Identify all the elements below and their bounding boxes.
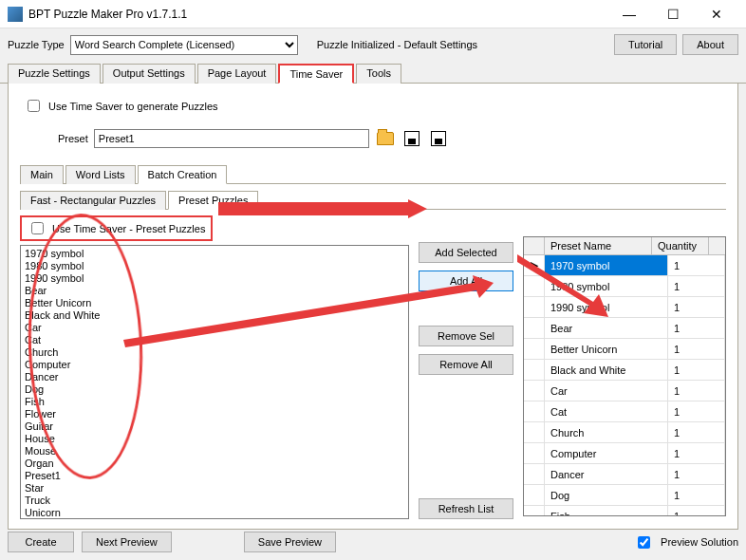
cell-preset-name[interactable]: Cat: [545, 401, 668, 421]
cell-quantity[interactable]: 1: [668, 464, 725, 484]
tab-time-saver[interactable]: Time Saver: [278, 64, 354, 84]
list-item[interactable]: Cat: [23, 334, 406, 346]
list-item[interactable]: Black and White: [23, 309, 406, 322]
cell-quantity[interactable]: 1: [668, 401, 725, 421]
tab-tools[interactable]: Tools: [356, 64, 401, 84]
create-button[interactable]: Create: [8, 532, 74, 552]
puzzle-type-select[interactable]: Word Search Complete (Licensed): [70, 35, 298, 55]
cell-preset-name[interactable]: 1980 symbol: [545, 276, 668, 296]
list-item[interactable]: Truck: [23, 495, 406, 507]
table-row[interactable]: Bear1: [524, 318, 725, 339]
cell-preset-name[interactable]: Better Unicorn: [545, 339, 668, 359]
close-button[interactable]: ✕: [695, 0, 738, 28]
list-item[interactable]: Better Unicorn: [23, 297, 406, 309]
cell-quantity[interactable]: 1: [668, 318, 725, 338]
list-item[interactable]: Unicorn: [23, 507, 406, 519]
table-row[interactable]: Black and White1: [524, 360, 725, 381]
subtab-word-lists[interactable]: Word Lists: [65, 165, 136, 184]
batchtab-fast[interactable]: Fast - Rectangular Puzzles: [20, 191, 166, 210]
list-item[interactable]: Computer: [23, 359, 406, 371]
window-title: BPT Puzzle Maker Pro v1.7.1.1: [28, 8, 607, 21]
table-row[interactable]: 1980 symbol1: [524, 276, 725, 297]
list-item[interactable]: Organ: [23, 457, 406, 470]
list-item[interactable]: Star: [23, 482, 406, 495]
table-row[interactable]: Better Unicorn1: [524, 339, 725, 360]
cell-preset-name[interactable]: Car: [545, 381, 668, 401]
cell-quantity[interactable]: 1: [668, 360, 725, 380]
list-item[interactable]: Preset1: [23, 470, 406, 482]
table-row[interactable]: Dog1: [524, 485, 725, 506]
cell-preset-name[interactable]: Computer: [545, 443, 668, 463]
list-item[interactable]: Church: [23, 346, 406, 359]
refresh-list-button[interactable]: Refresh List: [419, 498, 513, 519]
maximize-button[interactable]: ☐: [651, 0, 695, 28]
table-row[interactable]: 1990 symbol1: [524, 297, 725, 318]
sub-tabs: Main Word Lists Batch Creation: [20, 164, 726, 184]
cell-quantity[interactable]: 1: [668, 381, 725, 401]
list-item[interactable]: Flower: [23, 408, 406, 420]
tab-output-settings[interactable]: Output Settings: [103, 64, 196, 84]
table-row[interactable]: Dancer1: [524, 464, 725, 485]
table-row[interactable]: Church1: [524, 422, 725, 443]
table-row[interactable]: Computer1: [524, 443, 725, 464]
list-item[interactable]: Mouse: [23, 445, 406, 457]
cell-quantity[interactable]: 1: [668, 339, 725, 359]
cell-quantity[interactable]: 1: [668, 506, 725, 515]
list-item[interactable]: Fish: [23, 396, 406, 408]
list-item[interactable]: House: [23, 433, 406, 445]
save-as-preset-button[interactable]: [428, 128, 449, 149]
use-time-saver-checkbox[interactable]: [28, 100, 40, 112]
save-preview-button[interactable]: Save Preview: [244, 532, 336, 552]
list-item[interactable]: 1970 symbol: [23, 248, 406, 260]
cell-preset-name[interactable]: Dog: [545, 485, 668, 505]
cell-preset-name[interactable]: 1990 symbol: [545, 297, 668, 317]
batch-sub-tabs: Fast - Rectangular Puzzles Preset Puzzle…: [20, 190, 726, 210]
preset-name-input[interactable]: [94, 129, 369, 148]
cell-quantity[interactable]: 1: [668, 276, 725, 296]
list-item[interactable]: 1990 symbol: [23, 272, 406, 285]
cell-quantity[interactable]: 1: [668, 443, 725, 463]
cell-preset-name[interactable]: Black and White: [545, 360, 668, 380]
cell-quantity[interactable]: 1: [668, 485, 725, 505]
tab-page-layout[interactable]: Page Layout: [197, 64, 277, 84]
cell-preset-name[interactable]: Fish: [545, 506, 668, 515]
subtab-batch-creation[interactable]: Batch Creation: [138, 165, 228, 184]
preview-solution-checkbox[interactable]: [638, 536, 650, 549]
cell-quantity[interactable]: 1: [668, 255, 725, 275]
about-button[interactable]: About: [682, 34, 738, 55]
preset-listbox[interactable]: 1970 symbol1980 symbol1990 symbolBearBet…: [20, 245, 409, 519]
table-row[interactable]: ▶1970 symbol1: [524, 255, 725, 276]
cell-quantity[interactable]: 1: [668, 422, 725, 442]
list-item[interactable]: Bear: [23, 285, 406, 297]
cell-preset-name[interactable]: Dancer: [545, 464, 668, 484]
remove-selected-button[interactable]: Remove Sel: [419, 326, 513, 346]
cell-preset-name[interactable]: 1970 symbol: [545, 255, 668, 275]
cell-quantity[interactable]: 1: [668, 297, 725, 317]
tab-puzzle-settings[interactable]: Puzzle Settings: [8, 64, 101, 84]
cell-preset-name[interactable]: Bear: [545, 318, 668, 338]
table-row[interactable]: Fish1: [524, 506, 725, 515]
use-ts-preset-checkbox[interactable]: [31, 222, 44, 234]
grid-col-qty[interactable]: Quantity: [652, 237, 709, 254]
save-preset-button[interactable]: [401, 128, 422, 149]
list-item[interactable]: Dancer: [23, 371, 406, 383]
add-all-button[interactable]: Add All: [419, 271, 513, 291]
batchtab-preset-puzzles[interactable]: Preset Puzzles: [168, 191, 258, 210]
subtab-main[interactable]: Main: [20, 165, 64, 184]
minimize-button[interactable]: —: [607, 0, 651, 28]
open-preset-button[interactable]: [375, 128, 396, 149]
table-row[interactable]: Car1: [524, 381, 725, 401]
add-selected-button[interactable]: Add Selected: [419, 242, 513, 263]
table-row[interactable]: Cat1: [524, 401, 725, 422]
cell-preset-name[interactable]: Church: [545, 422, 668, 442]
preset-grid[interactable]: Preset Name Quantity ▶1970 symbol11980 s…: [523, 236, 726, 516]
remove-all-button[interactable]: Remove All: [419, 354, 513, 375]
list-item[interactable]: 1980 symbol: [23, 260, 406, 272]
tutorial-button[interactable]: Tutorial: [614, 34, 677, 55]
list-item[interactable]: Guitar: [23, 420, 406, 433]
row-marker: ▶: [524, 255, 545, 275]
grid-col-name[interactable]: Preset Name: [545, 237, 652, 254]
next-preview-button[interactable]: Next Preview: [82, 532, 172, 552]
list-item[interactable]: Car: [23, 322, 406, 334]
list-item[interactable]: Dog: [23, 383, 406, 396]
